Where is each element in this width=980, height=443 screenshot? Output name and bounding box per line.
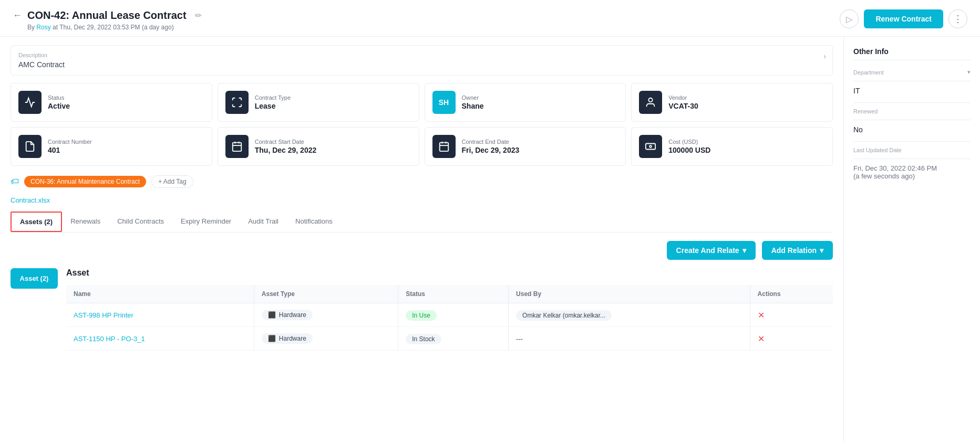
vendor-card: Vendor VCAT-30 [631, 83, 833, 122]
create-relate-label: Create And Relate [676, 246, 739, 255]
asset-name-1: AST-998 HP Printer [66, 303, 254, 327]
cost-icon [639, 135, 662, 158]
asset-table-wrap: Asset Name Asset Type Status Used By Act… [66, 268, 833, 351]
app-container: ← CON-42: Annual Lease Contract ✏ By Ros… [0, 0, 980, 443]
used-by-badge-1: Omkar Kelkar (omkar.kelkar... [516, 310, 612, 321]
table-row: AST-1150 HP - PO-3_1 ⬛ Hardware In St [66, 327, 833, 351]
tab-child-contracts[interactable]: Child Contracts [109, 212, 172, 231]
contract-number-icon [18, 135, 42, 158]
last-updated-value: Fri, Dec 30, 2022 02:46 PM(a few seconds… [853, 164, 971, 180]
info-cards-grid: Status Active Contract Type Lease [11, 83, 833, 166]
owner-card: SH Owner Shane [425, 83, 626, 122]
asset-status-1: In Use [398, 303, 509, 327]
unlink-button-2[interactable]: ✕ [758, 334, 765, 343]
status-card: Status Active [11, 83, 212, 122]
asset-link-2[interactable]: AST-1150 HP - PO-3_1 [74, 335, 145, 343]
asset-table: Name Asset Type Status Used By Actions A… [66, 285, 833, 351]
last-updated-relative: (a few seconds ago) [853, 172, 915, 180]
more-options-button[interactable]: ⋮ [948, 9, 967, 28]
nav-icon: ▷ [846, 14, 852, 24]
create-and-relate-button[interactable]: Create And Relate ▾ [667, 241, 756, 260]
unlink-button-1[interactable]: ✕ [758, 311, 765, 320]
renewed-field: Renewed No [853, 108, 971, 134]
svg-point-10 [649, 145, 652, 147]
svg-point-0 [649, 98, 653, 102]
department-label: Department ▾ [853, 69, 971, 76]
svg-rect-9 [646, 144, 655, 150]
field-divider-3 [853, 120, 971, 120]
description-value: AMC Contract [18, 60, 825, 69]
description-section: Description AMC Contract › [11, 45, 833, 76]
field-divider-4 [853, 141, 971, 142]
status-value: Active [48, 102, 70, 110]
file-link[interactable]: Contract.xlsx [11, 196, 833, 204]
contract-number-card: Contract Number 401 [11, 127, 212, 166]
header-right: ▷ Renew Contract ⋮ [840, 9, 967, 28]
end-date-value: Fri, Dec 29, 2023 [462, 146, 520, 154]
owner-label: Owner [462, 94, 484, 101]
asset-section: Asset (2) Asset Name Asset Type Status U… [11, 268, 833, 351]
asset-used-by-2: --- [509, 327, 750, 351]
right-panel: Other Info Department ▾ IT Renewed No [843, 37, 980, 443]
tab-expiry-reminder[interactable]: Expiry Reminder [172, 212, 240, 231]
add-tag-button[interactable]: + Add Tag [151, 175, 193, 188]
table-row: AST-998 HP Printer ⬛ Hardware In Use [66, 303, 833, 327]
add-relation-button[interactable]: Add Relation ▾ [762, 241, 833, 260]
renew-contract-button[interactable]: Renew Contract [864, 9, 943, 28]
meta-date: Thu, Dec 29, 2022 03:53 PM (a day ago) [59, 24, 173, 31]
expand-icon[interactable]: › [823, 52, 826, 60]
nav-button[interactable]: ▷ [840, 9, 859, 28]
svg-rect-5 [439, 143, 448, 152]
cost-card: Cost (USD) 100000 USD [631, 127, 833, 166]
contract-type-value: Lease [255, 102, 291, 110]
back-title-row: ← CON-42: Annual Lease Contract ✏ [13, 9, 202, 22]
status-badge-in-use: In Use [406, 310, 437, 321]
status-icon [18, 91, 42, 114]
add-relation-label: Add Relation [771, 246, 817, 255]
tab-renewals[interactable]: Renewals [62, 212, 109, 231]
asset-type-1: ⬛ Hardware [254, 303, 398, 327]
contract-type-label: Contract Type [255, 94, 291, 101]
cost-value: 100000 USD [668, 146, 710, 154]
vendor-icon [639, 91, 662, 114]
col-status: Status [398, 285, 509, 303]
tab-audit-trail[interactable]: Audit Trail [240, 212, 287, 231]
body-split: Description AMC Contract › Status Active [0, 37, 980, 443]
tabs-row: Assets (2) Renewals Child Contracts Expi… [11, 212, 833, 233]
meta-by: By [27, 24, 35, 31]
owner-avatar: SH [432, 91, 456, 114]
asset-sidebar-badge: Asset (2) [11, 268, 58, 289]
cost-text: Cost (USD) 100000 USD [668, 139, 710, 154]
start-date-label: Contract Start Date [255, 139, 317, 145]
add-relation-chevron: ▾ [820, 246, 823, 255]
col-asset-type: Asset Type [254, 285, 398, 303]
tag-icon: 🏷 [11, 177, 19, 186]
vendor-label: Vendor [668, 94, 698, 101]
contract-number-value: 401 [48, 146, 92, 154]
page-title: CON-42: Annual Lease Contract [27, 9, 187, 22]
tags-row: 🏷 CON-36: Annual Maintenance Contract + … [11, 173, 833, 190]
asset-link-1[interactable]: AST-998 HP Printer [74, 311, 133, 319]
edit-button[interactable]: ✏ [195, 10, 202, 20]
tab-assets[interactable]: Assets (2) [11, 212, 62, 232]
back-button[interactable]: ← [13, 10, 22, 21]
hardware-icon-2: ⬛ [268, 335, 276, 342]
page-header: ← CON-42: Annual Lease Contract ✏ By Ros… [0, 0, 980, 37]
contract-type-card: Contract Type Lease [218, 83, 419, 122]
asset-actions-2: ✕ [750, 327, 833, 351]
end-date-icon [432, 135, 456, 158]
meta-author[interactable]: Rosy [36, 24, 50, 31]
end-date-label: Contract End Date [462, 139, 520, 145]
col-used-by: Used By [509, 285, 750, 303]
asset-name-2: AST-1150 HP - PO-3_1 [66, 327, 254, 351]
start-date-value: Thu, Dec 29, 2022 [255, 146, 317, 154]
meta-at: at [53, 24, 59, 31]
last-updated-label: Last Updated Date [853, 147, 971, 153]
tab-notifications[interactable]: Notifications [287, 212, 341, 231]
description-label: Description [18, 52, 825, 58]
department-value: IT [853, 87, 971, 95]
col-name: Name [66, 285, 254, 303]
existing-tag: CON-36: Annual Maintenance Contract [24, 176, 146, 187]
field-divider-5 [853, 159, 971, 159]
department-dropdown[interactable]: ▾ [967, 69, 971, 76]
